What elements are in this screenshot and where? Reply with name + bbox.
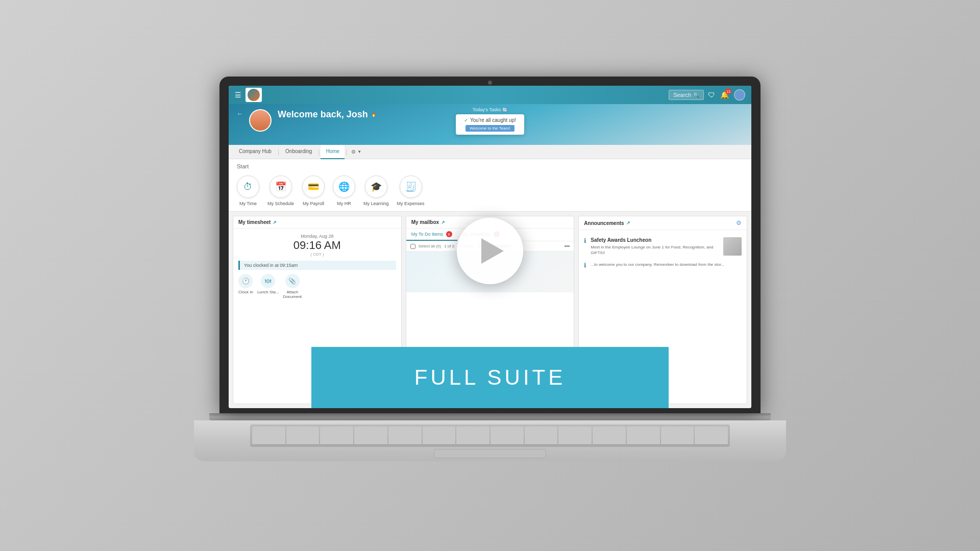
lunch-icon: 🍽	[261, 274, 275, 288]
scene: ☰ Search 🔍 🛡	[0, 0, 980, 551]
search-input-wrap[interactable]: Search 🔍	[669, 90, 704, 100]
key-2[interactable]	[286, 427, 320, 445]
key-1[interactable]	[252, 427, 285, 445]
announcement-item-1: ℹ Safety Awards Luncheon Meet in the Emp…	[584, 234, 742, 259]
laptop-hinge	[209, 413, 771, 420]
full-suite-banner: FULL SUITE	[311, 347, 669, 408]
my-schedule-icon: 📅	[270, 176, 292, 198]
fire-icon: 🔥	[371, 112, 376, 117]
welcome-text: Welcome back, Josh 🔥	[278, 109, 376, 120]
timesheet-link[interactable]: ↗	[273, 220, 277, 225]
clock-in-label: Clock In	[238, 290, 253, 294]
quick-link-my-learning[interactable]: 🎓 My Learning	[363, 176, 389, 206]
announcements-settings-icon[interactable]: ⚙	[736, 219, 742, 227]
mailbox-header: My mailbox ↗	[406, 216, 574, 229]
start-section: Start ⏱ My Time 📅 My Schedule	[229, 159, 751, 212]
welcome-label: Welcome back, Josh	[278, 109, 368, 120]
nav-separator-2: |	[318, 148, 320, 156]
announcement-body-1: Safety Awards Luncheon Meet in the Emplo…	[591, 237, 719, 256]
trackpad[interactable]	[434, 449, 546, 458]
page-info: 1 of 2	[444, 244, 454, 248]
user-avatar[interactable]	[734, 89, 745, 101]
mailbox-body	[406, 252, 574, 292]
mailbox-toolbar: Select all (0) 1 of 2 • 9 Rows Saved: [ …	[406, 241, 574, 252]
key-12[interactable]	[627, 427, 660, 445]
lunch-action[interactable]: 🍽 Lunch Sta...	[257, 274, 279, 299]
welcome-section: Welcome back, Josh 🔥	[278, 109, 376, 120]
caught-up-text: ✓ You're all caught up!	[464, 117, 516, 123]
announcements-content: ℹ Safety Awards Luncheon Meet in the Emp…	[579, 230, 747, 276]
todo-badge: 9	[446, 231, 452, 237]
attach-action[interactable]: 📎 AttachDocument	[283, 274, 302, 299]
welcome-team-badge: Welcome to the Team!	[465, 125, 514, 132]
search-bar: Search 🔍	[669, 90, 704, 100]
bell-icon[interactable]: 🔔 13	[720, 91, 729, 99]
tab-company-hub[interactable]: Company Hub	[234, 145, 277, 159]
clocked-in-bar: You clocked in at 09:15am	[238, 261, 396, 270]
tasks-bar: Today's Tasks 🔄 ✓ You're all caught up! …	[456, 107, 524, 135]
announcement-image-1	[723, 237, 742, 256]
my-learning-icon: 🎓	[365, 176, 387, 198]
header-icons: 🛡 🔔 13	[708, 89, 745, 101]
mailbox-link[interactable]: ↗	[441, 220, 445, 225]
quick-link-my-schedule[interactable]: 📅 My Schedule	[267, 176, 294, 206]
nav-separator-1: |	[278, 148, 279, 156]
hamburger-icon[interactable]: ☰	[235, 91, 241, 99]
key-4[interactable]	[354, 427, 387, 445]
quick-links: ⏱ My Time 📅 My Schedule 💳 My Payroll	[237, 173, 743, 208]
key-9[interactable]	[525, 427, 558, 445]
quick-link-my-time[interactable]: ⏱ My Time	[237, 176, 259, 206]
key-7[interactable]	[456, 427, 489, 445]
select-all-checkbox[interactable]	[410, 244, 415, 249]
search-icon[interactable]: 🔍	[693, 92, 699, 98]
my-learning-label: My Learning	[363, 201, 389, 206]
timezone-label: ( CDT )	[238, 252, 396, 257]
key-13[interactable]	[661, 427, 694, 445]
tab-todo-items[interactable]: My To Do Items 9	[406, 229, 457, 241]
shield-icon[interactable]: 🛡	[708, 91, 715, 99]
announcement-text-1: Meet in the Employee Lounge on June 1 fo…	[591, 244, 719, 256]
my-payroll-label: My Payroll	[303, 201, 324, 206]
rows-label: • 9 Rows	[457, 244, 474, 248]
my-time-icon: ⏱	[237, 176, 259, 198]
keyboard-base	[194, 420, 786, 461]
my-expenses-icon: 🧾	[400, 176, 422, 198]
tab-home[interactable]: Home	[321, 145, 345, 159]
announcements-link[interactable]: ↗	[626, 220, 630, 226]
start-label: Start	[237, 163, 743, 169]
tasks-label: Today's Tasks 🔄	[473, 107, 508, 112]
search-text: Search	[673, 92, 691, 98]
key-8[interactable]	[491, 427, 524, 445]
key-10[interactable]	[558, 427, 592, 445]
timesheet-content: Monday, Aug 28 09:16 AM ( CDT ) You cloc…	[233, 229, 401, 304]
quick-link-my-hr[interactable]: 🌐 My HR	[333, 176, 355, 206]
screen: ☰ Search 🔍 🛡	[229, 86, 751, 408]
clock-in-action[interactable]: 🕐 Clock In	[238, 274, 253, 299]
my-payroll-icon: 💳	[302, 176, 325, 198]
quick-link-my-expenses[interactable]: 🧾 My Expenses	[397, 176, 425, 206]
profile-section: ← Welcome back, Josh 🔥	[229, 104, 751, 145]
key-14[interactable]	[695, 427, 728, 445]
laptop: ☰ Search 🔍 🛡	[194, 77, 786, 474]
key-5[interactable]	[388, 427, 422, 445]
timesheet-title: My timesheet ↗	[238, 219, 277, 225]
notification-badge: 13	[725, 88, 731, 94]
key-6[interactable]	[423, 427, 456, 445]
quick-link-my-payroll[interactable]: 💳 My Payroll	[302, 176, 325, 206]
my-schedule-label: My Schedule	[267, 201, 294, 206]
back-arrow[interactable]: ←	[237, 110, 243, 117]
select-all-label: Select all (0)	[419, 244, 441, 248]
nav-settings[interactable]: ⚙ ▼	[348, 149, 364, 155]
mailbox-title-text: My mailbox	[411, 219, 439, 225]
announcement-title-1: Safety Awards Luncheon	[591, 237, 719, 243]
refresh-icon[interactable]: 🔄	[502, 108, 507, 112]
nav-tabs: My Time Company Hub | Onboarding | Home …	[229, 145, 751, 159]
tab-checklists[interactable]: My Checklists 7	[457, 229, 505, 241]
tasks-label-text: Today's Tasks	[473, 107, 501, 112]
attach-label: AttachDocument	[283, 290, 302, 299]
tab-onboarding[interactable]: Onboarding	[280, 145, 317, 159]
info-icon-1: ℹ	[584, 237, 586, 256]
key-3[interactable]	[320, 427, 353, 445]
toolbar-menu-icon[interactable]: •••	[565, 243, 570, 249]
key-11[interactable]	[593, 427, 626, 445]
